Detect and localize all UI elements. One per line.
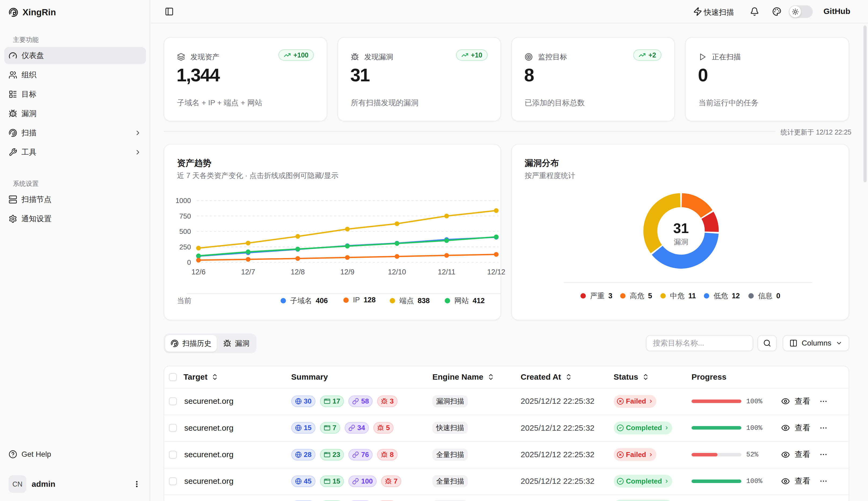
svg-text:12/12: 12/12 [487, 268, 505, 276]
svg-text:12/9: 12/9 [340, 268, 355, 276]
svg-text:250: 250 [179, 243, 191, 251]
svg-text:12/8: 12/8 [291, 268, 305, 276]
svg-text:12/7: 12/7 [241, 268, 255, 276]
svg-text:750: 750 [179, 212, 191, 220]
svg-text:12/10: 12/10 [388, 268, 406, 276]
svg-text:12/11: 12/11 [438, 268, 455, 276]
svg-text:12/6: 12/6 [191, 268, 206, 276]
svg-text:0: 0 [187, 258, 191, 266]
svg-text:31: 31 [673, 221, 689, 236]
svg-text:500: 500 [179, 227, 191, 235]
svg-text:1000: 1000 [175, 196, 191, 205]
svg-text:漏洞: 漏洞 [674, 238, 688, 246]
